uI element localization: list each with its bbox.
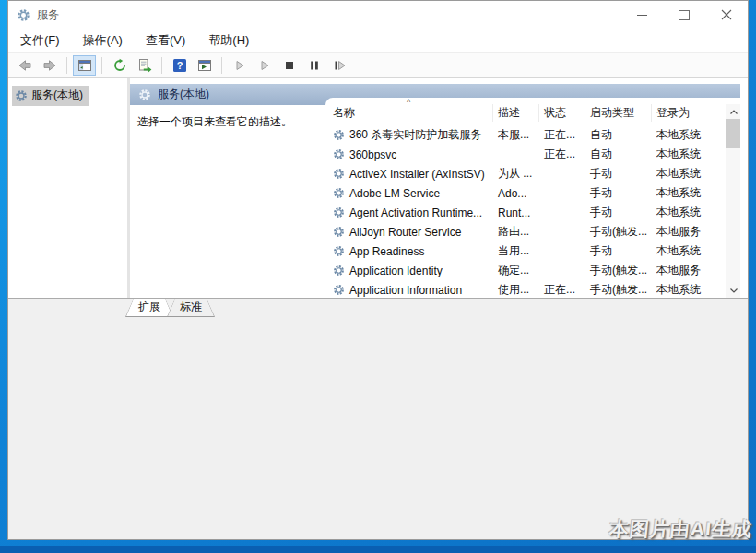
restart-service-button[interactable]: [327, 55, 350, 76]
service-gear-icon: [333, 265, 345, 276]
service-startup-type-cell: 手动: [585, 166, 652, 182]
view-tab-bar: 扩展 标准: [8, 298, 748, 320]
tab-standard[interactable]: 标准: [167, 299, 215, 317]
service-description-cell: 确定...: [493, 263, 539, 278]
console-tree-panel: 服务(本地): [8, 78, 127, 298]
service-gear-icon: [333, 187, 345, 199]
column-header-logon-as[interactable]: 登录为: [652, 104, 726, 122]
tree-item-label: 服务(本地): [31, 88, 83, 103]
help-icon: ?: [172, 58, 187, 73]
services-gear-icon: [17, 8, 30, 22]
chevron-up-icon: [730, 110, 738, 114]
service-logon-as-cell: 本地系统: [652, 205, 726, 220]
back-button[interactable]: [13, 55, 36, 76]
table-row[interactable]: 360bpsvc正在...自动本地系统: [325, 145, 726, 164]
window-bottom-area: [8, 320, 748, 539]
service-gear-icon: [333, 226, 345, 238]
service-logon-as-cell: 本地系统: [652, 282, 726, 298]
column-header-description[interactable]: 描述: [493, 104, 539, 122]
pause-service-icon: [307, 58, 322, 73]
scrollbar-thumb[interactable]: [726, 119, 740, 148]
services-gear-icon: [15, 89, 28, 102]
service-startup-type-cell: 手动: [585, 185, 652, 201]
toolbar-separator: [221, 57, 222, 74]
maximize-button[interactable]: [663, 1, 705, 29]
start-service-icon: [232, 58, 247, 73]
services-window: 服务 文件(F) 操作(A) 查看(V) 帮助(H): [7, 0, 749, 540]
table-row[interactable]: Application Identity确定...手动(触发...本地服务: [325, 261, 726, 280]
service-name-cell: Application Information: [333, 284, 493, 297]
service-name-cell: Agent Activation Runtime...: [333, 206, 493, 219]
maximize-icon: [679, 10, 690, 20]
back-icon: [18, 58, 32, 73]
stop-service-icon: [282, 58, 297, 73]
service-startup-type-cell: 手动: [585, 205, 652, 220]
menu-action[interactable]: 操作(A): [83, 32, 123, 49]
table-row[interactable]: AllJoyn Router Service路由...手动(触发...本地服务: [325, 222, 726, 241]
menu-view[interactable]: 查看(V): [146, 32, 185, 49]
show-hide-action-pane-button[interactable]: [193, 55, 216, 76]
pause-service-button[interactable]: [302, 55, 325, 76]
sort-ascending-icon: ^: [407, 99, 410, 107]
service-name-cell: 360 杀毒实时防护加载服务: [333, 127, 493, 143]
help-button[interactable]: ?: [168, 55, 191, 76]
start-service-button[interactable]: [228, 55, 251, 76]
table-row[interactable]: 360 杀毒实时防护加载服务本服...正在...自动本地系统: [325, 125, 726, 145]
toolbar-separator: [66, 57, 67, 74]
show-console-tree-button[interactable]: [73, 55, 96, 76]
service-description-cell: 路由...: [493, 224, 539, 240]
table-row[interactable]: Application Information使用...正在...手动(触发..…: [325, 280, 726, 298]
resume-service-button[interactable]: [253, 55, 276, 76]
column-header-status[interactable]: 状态: [539, 104, 585, 122]
window-title: 服务: [37, 7, 59, 23]
toolbar: ?: [8, 52, 748, 78]
service-status-cell: 正在...: [539, 147, 585, 162]
refresh-button[interactable]: [108, 55, 131, 76]
close-button[interactable]: [705, 1, 748, 29]
table-row[interactable]: Adobe LM ServiceAdo...手动本地系统: [325, 183, 726, 203]
menu-file[interactable]: 文件(F): [20, 32, 60, 49]
forward-button[interactable]: [38, 55, 61, 76]
tab-standard-label: 标准: [168, 299, 214, 316]
column-header-startup-type[interactable]: 启动类型: [585, 104, 652, 122]
forward-icon: [42, 58, 57, 73]
column-header-name[interactable]: 名称: [333, 104, 493, 122]
scroll-up-button[interactable]: [726, 104, 740, 119]
service-description-cell: Runt...: [493, 206, 539, 219]
toolbar-separator: [161, 57, 162, 74]
service-rows: 360 杀毒实时防护加载服务本服...正在...自动本地系统360bpsvc正在…: [325, 125, 726, 298]
service-gear-icon: [333, 148, 345, 160]
table-row[interactable]: App Readiness当用...手动本地系统: [325, 241, 726, 261]
service-name-cell: App Readiness: [333, 245, 493, 258]
export-list-button[interactable]: [133, 55, 156, 76]
minimize-button[interactable]: [620, 1, 663, 29]
resume-service-icon: [257, 58, 272, 73]
service-name-cell: Application Identity: [333, 265, 493, 277]
column-headers: ^ 名称 描述 状态 启动类型 登录为: [325, 98, 740, 125]
service-description-cell: 本服...: [493, 127, 539, 143]
title-bar: 服务: [8, 1, 748, 29]
service-logon-as-cell: 本地服务: [652, 263, 726, 278]
toolbar-separator: [101, 57, 102, 74]
tree-item-services-local[interactable]: 服务(本地): [12, 86, 89, 106]
service-description-cell: 为从 ...: [493, 166, 539, 182]
tab-extended[interactable]: 扩展: [125, 299, 173, 317]
table-row[interactable]: Agent Activation Runtime...Runt...手动本地系统: [325, 203, 726, 222]
stop-service-button[interactable]: [278, 55, 301, 76]
service-logon-as-cell: 本地服务: [652, 224, 726, 240]
service-status-cell: 正在...: [539, 282, 585, 298]
refresh-icon: [112, 58, 127, 73]
service-gear-icon: [333, 245, 345, 257]
service-name-cell: AllJoyn Router Service: [333, 226, 493, 239]
service-name-cell: 360bpsvc: [333, 148, 493, 161]
scroll-down-button[interactable]: [726, 283, 740, 298]
services-list: ^ 名称 描述 状态 启动类型 登录为 360 杀毒实时防护加载服务本服...正…: [325, 98, 740, 298]
menu-help[interactable]: 帮助(H): [208, 32, 249, 49]
menu-bar: 文件(F) 操作(A) 查看(V) 帮助(H): [8, 29, 748, 52]
vertical-scrollbar[interactable]: [726, 104, 740, 298]
taskbar-edge: [0, 546, 756, 553]
table-row[interactable]: ActiveX Installer (AxInstSV)为从 ...手动本地系统: [325, 164, 726, 183]
service-logon-as-cell: 本地系统: [652, 147, 726, 162]
tab-extended-label: 扩展: [126, 299, 172, 316]
main-area: 服务(本地) 服务(本地) 选择一个项目来查看它的描述。 ^ 名称 描述 状态 …: [8, 78, 748, 298]
